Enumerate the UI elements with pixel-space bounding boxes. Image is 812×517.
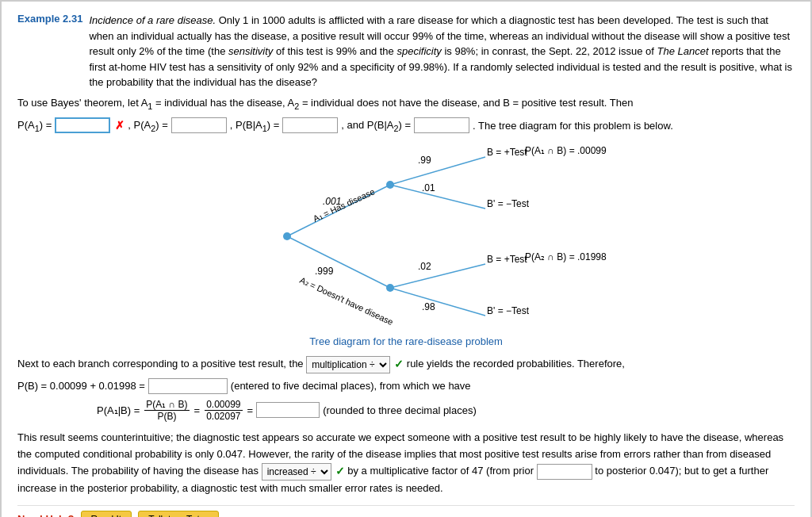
svg-text:.01: .01	[422, 182, 435, 193]
example-title-italic: Incidence of a rare disease.	[89, 14, 216, 26]
rounded-note: (rounded to three decimal places)	[323, 404, 477, 416]
read-it-button[interactable]: Read It	[81, 511, 132, 517]
increased-select-wrapper: increased ÷ ✓	[262, 462, 345, 480]
svg-text:.02: .02	[418, 261, 431, 272]
multiplication-check: ✓	[394, 355, 404, 373]
bayes-intro-text: To use Bayes' theorem, let A1 = individu…	[17, 95, 795, 113]
pb-input[interactable]	[148, 378, 228, 394]
increased-check: ✓	[335, 462, 345, 480]
pa1b-label: P(A₁|B) =	[97, 404, 140, 416]
svg-line-16	[390, 264, 485, 288]
pa1b-result-input[interactable]	[256, 402, 320, 418]
pb-note: (entered to five decimal places), from w…	[231, 380, 471, 392]
svg-text:.999: .999	[315, 266, 334, 277]
multiplication-select-wrapper: multiplication ÷ ✓	[306, 355, 404, 373]
tree-note: . The tree diagram for this problem is b…	[473, 120, 673, 132]
fraction: P(A₁ ∩ B) P(B)	[144, 399, 189, 422]
svg-text:B' = −Test: B' = −Test	[487, 305, 530, 316]
example-body: Incidence of a rare disease. Only 1 in 1…	[89, 13, 795, 90]
pa1-xmark: ✗	[115, 119, 124, 132]
multiplication-select[interactable]: multiplication ÷	[306, 356, 390, 373]
pba1-label: , P(B|A1) =	[230, 119, 280, 133]
svg-text:.99: .99	[418, 155, 431, 166]
pb-eq-row: P(B) = 0.00099 + 0.01998 = (entered to f…	[17, 378, 795, 394]
pa1b-eq-row: P(A₁|B) = P(A₁ ∩ B) P(B) = 0.00099 0.020…	[97, 399, 795, 422]
increased-select[interactable]: increased ÷	[262, 463, 331, 481]
eq-equals2: =	[247, 404, 254, 416]
prior-input[interactable]	[537, 464, 592, 480]
svg-text:B = +Test: B = +Test	[487, 254, 527, 265]
pa1-label: P(A1) =	[17, 119, 52, 133]
pa2-label: , P(A2) =	[128, 119, 167, 133]
tree-svg: .001 A₁ = Has disease .99 B = +Test P(A₁…	[176, 141, 636, 331]
pba2-input[interactable]	[414, 117, 469, 133]
example-label: Example 2.31	[17, 13, 82, 25]
pa1-input[interactable]	[55, 117, 110, 133]
fraction-den-val: 0.02097	[205, 411, 242, 422]
tree-diagram: .001 A₁ = Has disease .99 B = +Test P(A₁…	[176, 141, 636, 331]
svg-text:.98: .98	[422, 301, 435, 312]
fraction-num-val: 0.00099	[205, 399, 242, 411]
svg-text:P(A₂ ∩ B) = .01998: P(A₂ ∩ B) = .01998	[525, 251, 607, 262]
eq-equals1: =	[194, 404, 201, 416]
pa2-input[interactable]	[171, 117, 227, 133]
svg-line-9	[390, 185, 485, 209]
need-help-label: Need Help?	[17, 513, 75, 517]
next-para: Next to each branch corresponding to a p…	[17, 355, 795, 373]
fraction-numerator: P(A₁ ∩ B)	[144, 399, 189, 411]
pb-eq-label: P(B) = 0.00099 + 0.01998 =	[17, 380, 145, 392]
svg-text:A₁ = Has disease: A₁ = Has disease	[312, 187, 377, 224]
svg-text:B' = −Test: B' = −Test	[487, 198, 530, 209]
need-help-row: Need Help? Read It Talk to a Tutor	[17, 505, 795, 517]
svg-text:P(A₁ ∩ B) = .00099: P(A₁ ∩ B) = .00099	[525, 145, 607, 156]
input-row: P(A1) = ✗ , P(A2) = , P(B|A1) = , and P(…	[17, 117, 795, 133]
talk-to-tutor-button[interactable]: Talk to a Tutor	[138, 511, 218, 517]
pba2-label: , and P(B|A2) =	[341, 119, 411, 133]
fraction-values: 0.00099 0.02097	[205, 399, 242, 422]
fraction-denominator: P(B)	[155, 411, 178, 422]
pba1-input[interactable]	[282, 117, 338, 133]
svg-text:B = +Test: B = +Test	[487, 147, 527, 158]
tree-container: .001 A₁ = Has disease .99 B = +Test P(A₁…	[17, 141, 795, 331]
svg-line-5	[390, 157, 485, 185]
tree-caption: Tree diagram for the rare-disease proble…	[17, 335, 795, 347]
result-para: This result seems counterintuitive; the …	[17, 430, 795, 497]
svg-line-20	[390, 288, 485, 316]
